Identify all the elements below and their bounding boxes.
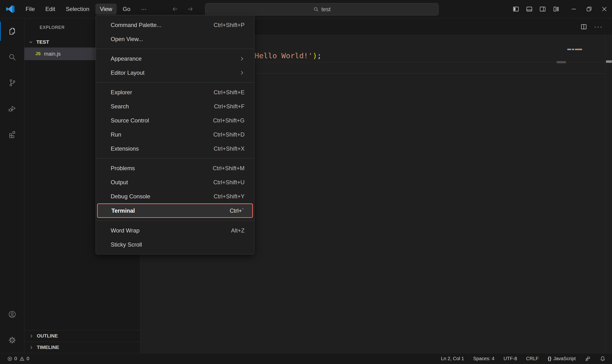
search-value: test <box>321 6 331 13</box>
activity-item-accounts[interactable] <box>0 301 24 327</box>
menu-item-shortcut: Ctrl+Shift+G <box>213 117 245 124</box>
close-icon <box>601 6 608 13</box>
menu-item-label: Debug Console <box>111 193 150 200</box>
menu-item-output[interactable]: OutputCtrl+Shift+U <box>96 175 254 189</box>
code-line-1: Hello World!'); <box>255 49 321 62</box>
menubar: FileEditSelectionViewGo··· <box>21 4 151 14</box>
toggle-panel-button[interactable] <box>523 0 536 18</box>
status-errors[interactable]: 0 <box>7 356 17 361</box>
menu-separator <box>96 221 254 221</box>
status-language-mode[interactable]: {}JavaScript <box>548 356 576 361</box>
close-button[interactable] <box>597 0 612 18</box>
feedback-icon <box>585 356 590 362</box>
sidebar-section-timeline[interactable]: TIMELINE <box>24 342 140 353</box>
menu-item-run[interactable]: RunCtrl+Shift+D <box>96 128 254 142</box>
activity-item-explorer[interactable] <box>0 18 24 44</box>
forward-button[interactable] <box>187 6 194 13</box>
files-icon <box>8 27 16 35</box>
scrollbar-thumb[interactable] <box>606 60 612 63</box>
account-icon <box>8 310 16 318</box>
command-center-search[interactable]: test <box>205 3 439 15</box>
menu-item-shortcut: Ctrl+Shift+U <box>213 179 245 186</box>
scrollbar-divider <box>605 35 605 353</box>
activity-item-source-control[interactable] <box>0 70 24 96</box>
menu-item-label: Open View... <box>111 36 143 42</box>
toggle-primary-sidebar-button[interactable] <box>509 0 523 18</box>
layout-sidebar-left-icon <box>512 5 519 13</box>
activity-item-settings[interactable] <box>0 327 24 353</box>
status-warnings-count: 0 <box>27 356 29 361</box>
customize-layout-button[interactable] <box>549 0 563 18</box>
window-controls <box>566 0 612 18</box>
menu-item-open-view[interactable]: Open View... <box>96 32 254 46</box>
menu-item-shortcut: Ctrl+Shift+E <box>214 89 245 96</box>
split-editor-icon[interactable] <box>580 23 587 30</box>
minimap-segment <box>572 49 574 50</box>
code-segment: ; <box>317 51 321 60</box>
toggle-secondary-sidebar-button[interactable] <box>536 0 549 18</box>
menu-item-label: Search <box>111 103 129 110</box>
activity-item-extensions[interactable] <box>0 121 24 147</box>
chevron-down-icon <box>29 40 33 44</box>
menu-item-search[interactable]: SearchCtrl+Shift+F <box>96 99 254 113</box>
activity-item-run-and-debug[interactable] <box>0 96 24 121</box>
sidebar-section-outline[interactable]: OUTLINE <box>24 330 140 342</box>
braces-icon: {} <box>548 356 552 361</box>
layout-sidebar-right-icon <box>539 5 546 13</box>
status-cursor-position[interactable]: Ln 2, Col 1 <box>441 356 464 361</box>
activity-item-search[interactable] <box>0 44 24 70</box>
menu-separator <box>96 82 254 83</box>
menu-item-command-palette[interactable]: Command Palette...Ctrl+Shift+P <box>96 18 254 32</box>
restore-icon <box>586 6 592 13</box>
menu-item-problems[interactable]: ProblemsCtrl+Shift+M <box>96 161 254 175</box>
layout-panel-icon <box>526 5 533 13</box>
editor-more-actions-button[interactable]: ··· <box>594 23 603 30</box>
status-indentation[interactable]: Spaces: 4 <box>473 356 494 361</box>
submenu-chevron-icon <box>239 70 245 76</box>
minimap-code-line <box>567 49 582 50</box>
menu-item-shortcut: Ctrl+Shift+M <box>213 165 245 172</box>
status-cursor-position-text: Ln 2, Col 1 <box>441 356 464 361</box>
status-feedback[interactable] <box>585 356 590 362</box>
sidebar-bottom-sections: OUTLINETIMELINE <box>24 330 140 353</box>
menu-item-extensions[interactable]: ExtensionsCtrl+Shift+X <box>96 142 254 156</box>
back-button[interactable] <box>172 6 178 13</box>
status-eol[interactable]: CRLF <box>526 356 539 361</box>
menu-item-shortcut: Ctrl+Shift+X <box>214 145 245 152</box>
minimap-segment <box>567 49 571 50</box>
menu-item-shortcut: Ctrl+Shift+D <box>213 131 245 138</box>
submenu-chevron-icon <box>239 56 245 61</box>
minimize-button[interactable] <box>566 0 581 18</box>
menu-item-terminal[interactable]: TerminalCtrl+` <box>97 203 253 218</box>
menubar-item-more-menus[interactable]: ··· <box>136 4 151 14</box>
menu-item-word-wrap[interactable]: Word WrapAlt+Z <box>96 223 254 237</box>
status-notifications[interactable] <box>599 356 606 362</box>
status-encoding[interactable]: UTF-8 <box>503 356 517 361</box>
menubar-item-view[interactable]: View <box>95 4 117 14</box>
menu-item-appearance[interactable]: Appearance <box>96 52 254 66</box>
code-segment: ) <box>313 51 317 60</box>
menu-item-explorer[interactable]: ExplorerCtrl+Shift+E <box>96 85 254 99</box>
menu-item-label: Explorer <box>111 89 132 96</box>
menubar-item-file[interactable]: File <box>21 4 40 14</box>
menu-item-debug-console[interactable]: Debug ConsoleCtrl+Shift+Y <box>96 189 254 203</box>
menu-item-label: Appearance <box>111 55 141 62</box>
menubar-item-edit[interactable]: Edit <box>41 4 60 14</box>
menu-item-label: Terminal <box>111 208 135 214</box>
titlebar-right-controls <box>509 0 612 18</box>
status-bar-left: 00 <box>7 356 29 361</box>
menubar-item-selection[interactable]: Selection <box>61 4 94 14</box>
restore-button[interactable] <box>581 0 597 18</box>
menu-item-source-control[interactable]: Source ControlCtrl+Shift+G <box>96 113 254 128</box>
menu-item-editor-layout[interactable]: Editor Layout <box>96 66 254 80</box>
status-warnings[interactable]: 0 <box>19 356 29 361</box>
menu-item-label: Output <box>111 179 128 186</box>
activity-bar <box>0 18 24 353</box>
menu-item-sticky-scroll[interactable]: Sticky Scroll <box>96 237 254 252</box>
minimap[interactable] <box>566 47 604 76</box>
status-bar-right: Ln 2, Col 1Spaces: 4UTF-8CRLF{}JavaScrip… <box>441 356 606 362</box>
menubar-item-go[interactable]: Go <box>118 4 135 14</box>
vscode-logo-icon <box>6 4 15 13</box>
title-bar: FileEditSelectionViewGo··· test <box>0 0 612 18</box>
workspace-label: TEST <box>36 39 49 45</box>
